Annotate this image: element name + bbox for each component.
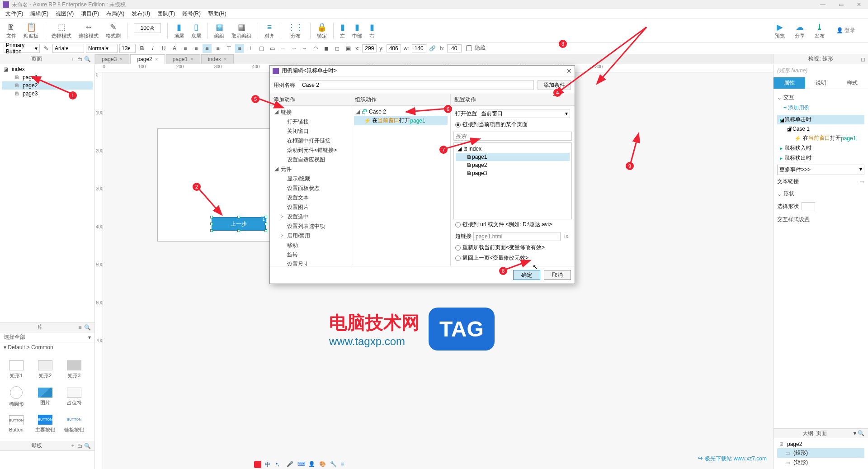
hidden-checkbox[interactable]: [466, 45, 472, 51]
tab-properties[interactable]: 属性: [774, 77, 805, 89]
corner-radius-button[interactable]: ◠: [311, 44, 320, 53]
format-painter-icon[interactable]: ✎: [42, 44, 51, 53]
ime-kb-icon[interactable]: ⌨: [297, 461, 305, 468]
tool-align-left[interactable]: ▮左: [337, 22, 348, 39]
event-mouseover[interactable]: ▸鼠标移入时: [777, 143, 864, 153]
shape-button[interactable]: BUTTONButton: [2, 410, 31, 437]
tool-group-btn[interactable]: ▦编组: [212, 22, 227, 39]
tool-share[interactable]: ☁分享: [792, 22, 807, 39]
x-input[interactable]: [362, 44, 377, 52]
menu-publish[interactable]: 发布(U): [128, 10, 154, 18]
ime-punct-icon[interactable]: •,: [276, 461, 283, 468]
tool-back[interactable]: ▯底层: [189, 22, 204, 39]
ime-user-icon[interactable]: 👤: [308, 461, 316, 468]
action-set-text[interactable]: 设置文本: [273, 193, 348, 203]
shape-select-row[interactable]: 选择形状: [777, 199, 864, 213]
action-panel-state[interactable]: 设置面板状态: [273, 184, 348, 193]
action-set-selected[interactable]: ▹设置选中: [273, 212, 348, 222]
menu-layout[interactable]: 布局(A): [103, 10, 128, 18]
minimize-button[interactable]: —: [814, 0, 832, 9]
add-condition-button[interactable]: 添加条件: [538, 80, 571, 90]
shape-link-button[interactable]: BUTTON链接按钮: [60, 410, 89, 437]
target-page1[interactable]: 🗎 page1: [456, 153, 570, 161]
radio-link-url[interactable]: 链接到 url 或文件 <例如: D:\趣达.avi>: [453, 219, 572, 230]
tree-page1[interactable]: 🗎page1: [2, 73, 93, 81]
case-1-action[interactable]: ⚡在 当前窗口 打开 page1: [777, 133, 864, 143]
action-set-image[interactable]: 设置图片: [273, 203, 348, 212]
shape-rect1[interactable]: 矩形1: [2, 356, 31, 383]
event-mouseout[interactable]: ▸鼠标移出时: [777, 153, 864, 163]
action-rotate[interactable]: 旋转: [273, 250, 348, 260]
menu-help[interactable]: 帮助(H): [204, 10, 230, 18]
tool-publish[interactable]: ⤓发布: [812, 22, 827, 39]
menu-view[interactable]: 视图(V): [52, 10, 77, 18]
section-interactions[interactable]: ⌄交互: [777, 92, 864, 103]
tool-format-painter[interactable]: ✎格式刷: [103, 22, 123, 39]
ime-zh-icon[interactable]: 中: [265, 461, 272, 468]
outline-rect-2[interactable]: ▭(矩形): [777, 458, 864, 467]
ime-tool-icon[interactable]: 🔧: [330, 461, 337, 468]
tab-index[interactable]: index×: [201, 54, 234, 64]
zoom-input[interactable]: [134, 23, 161, 33]
tool-select-mode[interactable]: ⬚选择模式: [49, 22, 74, 39]
padding-button[interactable]: ▣: [344, 44, 353, 53]
dialog-title-bar[interactable]: 用例编辑<鼠标单击时> ✕: [270, 66, 575, 76]
lib-search-icon[interactable]: 🔍: [84, 324, 91, 331]
border-style-button[interactable]: ┄: [289, 44, 298, 53]
border-color-button[interactable]: ▭: [268, 44, 277, 53]
valign-middle-button[interactable]: ≡: [235, 44, 244, 53]
search-icon[interactable]: 🔍: [84, 56, 91, 62]
shadow-inner-button[interactable]: ◻: [333, 44, 342, 53]
section-shape[interactable]: ⌄形状: [777, 188, 864, 199]
tab-page2[interactable]: page2×: [130, 54, 165, 64]
fill-color-button[interactable]: ▢: [257, 44, 266, 53]
tool-zoom[interactable]: [131, 23, 164, 38]
shape-placeholder[interactable]: 占位符: [60, 383, 89, 410]
tool-clipboard[interactable]: 📋粘贴板: [21, 22, 41, 39]
more-events-combo[interactable]: 更多事件>>> ▾: [777, 165, 864, 175]
w-input[interactable]: [412, 44, 426, 52]
tool-file[interactable]: 🗎文件: [4, 22, 19, 39]
url-input[interactable]: [473, 232, 561, 241]
shape-image[interactable]: 图片: [31, 383, 60, 410]
shape-ellipse[interactable]: 椭圆形: [2, 383, 31, 410]
tool-connect-mode[interactable]: ↔连接模式: [76, 22, 101, 39]
tool-align[interactable]: ≡对齐: [262, 22, 277, 39]
add-page-icon[interactable]: +: [69, 56, 76, 62]
align-right-button[interactable]: ≡: [213, 44, 222, 53]
case-name-input[interactable]: [299, 80, 534, 90]
target-page2[interactable]: 🗎 page2: [456, 161, 570, 169]
open-in-combo[interactable]: 当前窗口▾: [479, 109, 570, 118]
shape-primary-button[interactable]: BUTTON主要按钮: [31, 410, 60, 437]
case-1[interactable]: ◢ 🗗 Case 1: [777, 125, 864, 133]
menu-account[interactable]: 账号(R): [179, 10, 204, 18]
section-text-link[interactable]: 文本链接▭: [777, 175, 864, 188]
action-move[interactable]: 移动: [273, 241, 348, 250]
italic-button[interactable]: I: [148, 44, 157, 53]
ime-skin-icon[interactable]: 🎨: [319, 461, 326, 468]
action-group-widget[interactable]: ◢元件: [273, 165, 348, 174]
cancel-button[interactable]: 取消: [544, 270, 571, 280]
outline-filter-icon[interactable]: ▼: [852, 430, 858, 436]
tool-preview[interactable]: ▶预览: [772, 22, 788, 39]
tool-align-hcenter[interactable]: ▮中部: [349, 22, 365, 39]
radio-back[interactable]: 返回上一页<变量修改无效>: [453, 253, 572, 263]
action-enable-disable[interactable]: ▹启用/禁用: [273, 231, 348, 241]
shape-rect3[interactable]: 矩形3: [60, 356, 89, 383]
add-folder-icon[interactable]: 🗀: [76, 56, 84, 62]
ok-button[interactable]: 确定: [513, 270, 540, 280]
library-category[interactable]: ▾ Default > Common: [0, 342, 94, 352]
tab-notes[interactable]: 说明: [805, 77, 837, 89]
maximize-button[interactable]: ▭: [832, 0, 850, 9]
action-show-hide[interactable]: 显示/隐藏: [273, 174, 348, 184]
fx-button[interactable]: fx: [562, 233, 570, 239]
target-index[interactable]: ◢ 🗎 index: [456, 145, 570, 153]
selected-button-widget[interactable]: 上一步 1: [212, 217, 266, 231]
master-folder-icon[interactable]: 🗀: [76, 443, 84, 449]
underline-button[interactable]: U: [159, 44, 168, 53]
radio-link-page[interactable]: 链接到当前项目的某个页面: [453, 119, 572, 130]
tool-align-right[interactable]: ▮右: [367, 22, 377, 39]
action-open-in-frame[interactable]: 在框架中打开链接: [273, 136, 348, 146]
tab-page3[interactable]: page3×: [95, 54, 129, 64]
lock-aspect-icon[interactable]: 🔗: [428, 44, 437, 53]
